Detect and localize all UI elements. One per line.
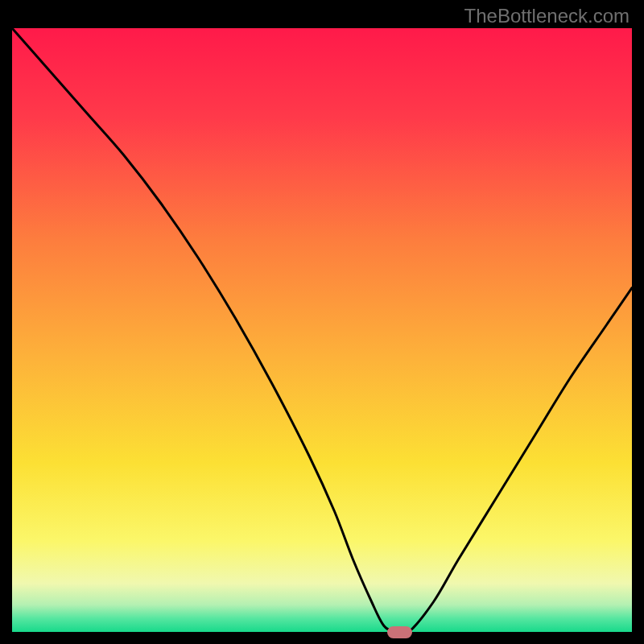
bottleneck-chart	[12, 28, 632, 632]
chart-frame	[12, 28, 632, 632]
chart-background	[12, 28, 632, 632]
optimal-point-marker	[387, 626, 412, 638]
watermark-text: TheBottleneck.com	[464, 5, 630, 27]
